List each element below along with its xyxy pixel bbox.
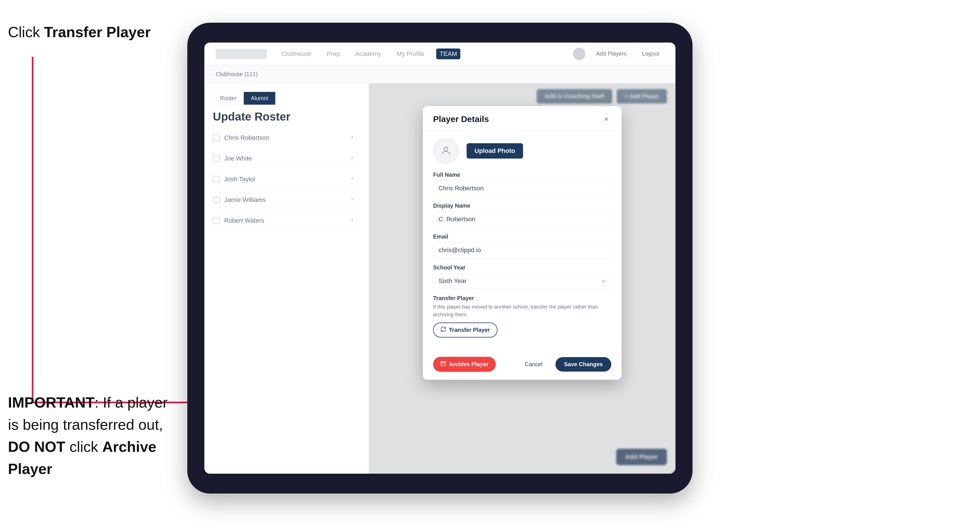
roster-checkbox-5[interactable]: [213, 217, 220, 224]
transfer-section-label: Transfer Player: [433, 295, 611, 302]
avatar: [433, 138, 459, 163]
header-logout[interactable]: Logout: [637, 48, 664, 60]
roster-checkbox-4[interactable]: [213, 197, 220, 203]
roster-checkbox-3[interactable]: [213, 176, 220, 183]
header-right: Add Players Logout: [573, 48, 664, 60]
app-logo: [216, 49, 267, 59]
right-panel: Add to Coaching Staff + Add Player Playe…: [369, 83, 676, 474]
email-field-group: Email: [433, 233, 611, 258]
modal-header: Player Details ✕: [423, 106, 622, 130]
annotation-line-vertical: [32, 57, 33, 403]
modal-overlay: Player Details ✕: [369, 83, 676, 474]
nav-item-prep[interactable]: Prep: [323, 49, 343, 59]
transfer-section-description: If this player has moved to another scho…: [433, 303, 611, 319]
list-item: Robert Waters ›: [213, 213, 360, 229]
instruction-text-bold: Transfer Player: [44, 24, 151, 40]
roster-checkbox-2[interactable]: [213, 155, 220, 162]
nav-item-team[interactable]: TEAM: [436, 49, 460, 59]
list-item: Josh Taylor ›: [213, 171, 360, 187]
header-avatar: [573, 48, 585, 60]
tab-roster[interactable]: Roster: [213, 92, 244, 105]
instruction-text-prefix: Click: [8, 24, 44, 40]
transfer-icon: [441, 327, 446, 333]
roster-name-4: Jamie Williams: [224, 196, 266, 204]
close-icon: ✕: [604, 116, 609, 122]
tablet-screen: Clubhouse Prep Academy My Profile TEAM A…: [204, 43, 676, 474]
breadcrumb: Clubhouse (111): [216, 71, 258, 78]
school-year-select[interactable]: Sixth Year: [433, 273, 611, 289]
list-item: Joe White ›: [213, 151, 360, 167]
tab-alumni[interactable]: Alumni: [244, 92, 275, 105]
roster-icon-2: ›: [351, 154, 360, 163]
cancel-button[interactable]: Cancel: [517, 357, 550, 371]
school-year-label: School Year: [433, 264, 611, 271]
roster-checkbox-1[interactable]: [213, 135, 220, 141]
display-name-label: Display Name: [433, 203, 611, 209]
upload-photo-button[interactable]: Upload Photo: [466, 143, 523, 159]
list-item: Chris Robertson ›: [213, 130, 360, 146]
avatar-section: Upload Photo: [433, 138, 611, 163]
roster-icon-3: ›: [351, 175, 360, 184]
roster-name-1: Chris Robertson: [224, 134, 269, 141]
archive-icon: [441, 361, 446, 368]
tab-buttons: Roster Alumni: [213, 92, 360, 105]
nav-item-clubhouse[interactable]: Clubhouse: [278, 49, 315, 59]
svg-point-0: [444, 147, 447, 151]
instruction-bottom: IMPORTANT: If a player is being transfer…: [8, 391, 173, 480]
instruction-top: Click Transfer Player: [8, 23, 151, 42]
transfer-player-section: Transfer Player If this player has moved…: [433, 295, 611, 338]
full-name-label: Full Name: [433, 171, 611, 178]
archive-player-label: Archive Player: [449, 361, 488, 368]
roster-name-5: Robert Waters: [224, 217, 264, 224]
display-name-input[interactable]: [433, 211, 611, 227]
archive-player-button[interactable]: Archive Player: [433, 357, 496, 372]
full-name-field-group: Full Name: [433, 171, 611, 196]
email-label: Email: [433, 233, 611, 240]
school-year-field-group: School Year Sixth Year: [433, 264, 611, 289]
save-changes-button[interactable]: Save Changes: [555, 357, 611, 371]
roster-icon-4: ›: [351, 195, 360, 205]
modal-body: Upload Photo Full Name Display Name: [423, 130, 622, 351]
modal-title: Player Details: [433, 114, 489, 124]
sub-header: Clubhouse (111): [204, 65, 676, 83]
transfer-player-button-label: Transfer Player: [449, 327, 490, 333]
instruction-text-3: click: [65, 438, 102, 455]
modal-close-button[interactable]: ✕: [601, 114, 611, 124]
instruction-important: IMPORTANT: [8, 394, 94, 411]
tablet-device: Clubhouse Prep Academy My Profile TEAM A…: [187, 23, 692, 494]
nav-item-profile[interactable]: My Profile: [393, 49, 428, 59]
player-details-modal: Player Details ✕: [423, 106, 622, 380]
transfer-player-button[interactable]: Transfer Player: [433, 322, 498, 338]
nav-item-academy[interactable]: Academy: [352, 49, 385, 59]
left-panel: Roster Alumni Update Roster Chris Robert…: [204, 83, 369, 474]
main-content: Roster Alumni Update Roster Chris Robert…: [204, 83, 676, 474]
update-roster-title: Update Roster: [213, 110, 360, 123]
roster-icon-5: ›: [351, 216, 360, 225]
roster-name-3: Josh Taylor: [224, 176, 256, 183]
roster-icon-1: ›: [351, 133, 360, 142]
email-input[interactable]: [433, 242, 611, 258]
header-add-players[interactable]: Add Players: [591, 48, 632, 60]
roster-list: Chris Robertson › Joe White › Josh Taylo…: [213, 130, 360, 229]
app-header: Clubhouse Prep Academy My Profile TEAM A…: [204, 43, 676, 65]
list-item: Jamie Williams ›: [213, 192, 360, 208]
app-nav: Clubhouse Prep Academy My Profile TEAM: [278, 49, 562, 59]
full-name-input[interactable]: [433, 180, 611, 196]
svg-rect-1: [441, 362, 446, 363]
instruction-do-not: DO NOT: [8, 438, 65, 455]
modal-footer: Archive Player Cancel Save Changes: [423, 351, 622, 380]
display-name-field-group: Display Name: [433, 203, 611, 227]
roster-name-2: Joe White: [224, 155, 252, 162]
